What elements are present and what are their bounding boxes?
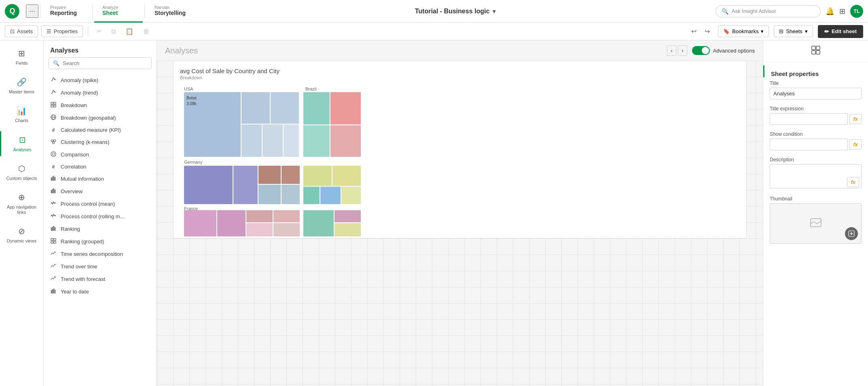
trend-forecast-icon [50, 276, 57, 283]
cut-button[interactable]: ✂ [93, 26, 105, 37]
more-menu-button[interactable]: ··· [26, 4, 38, 18]
sidebar-item-master-items[interactable]: 🔗 Master items [0, 73, 43, 99]
sidebar-item-fields[interactable]: ⊞ Fields [0, 44, 43, 70]
nav-analyze-main: Sheet [102, 10, 135, 16]
paste-button[interactable]: 📋 [122, 26, 137, 37]
top-right-area: 🔍 Ask Insight Advisor 🔔 ⊞ TL [716, 5, 863, 18]
analysis-item-trend-forecast[interactable]: Trend with forecast [44, 273, 157, 285]
analysis-item-comparison[interactable]: Comparison [44, 148, 157, 161]
thumbnail-upload-button[interactable] [845, 227, 858, 240]
qlik-logo: Q [5, 4, 19, 19]
nav-prepare[interactable]: Prepare Reporting [42, 0, 91, 23]
svg-rect-14 [53, 176, 54, 181]
properties-label: Properties [54, 28, 78, 34]
analysis-item-time-series[interactable]: Time series decomposition [44, 248, 157, 260]
app-title-chevron-icon[interactable]: ▾ [493, 8, 495, 15]
master-items-icon: 🔗 [17, 77, 27, 87]
nav-prepare-main: Reporting [50, 10, 83, 16]
analysis-item-ranking[interactable]: Ranking [44, 223, 157, 235]
analysis-item-breakdown-geo[interactable]: Breakdown (geospatial) [44, 112, 157, 124]
assets-icon: ⊡ [10, 28, 15, 34]
svg-rect-2 [51, 105, 53, 107]
toggle-switch[interactable] [692, 46, 710, 55]
analysis-label-time-series: Time series decomposition [61, 251, 123, 257]
sidebar-item-custom-objects[interactable]: ⬡ Custom objects [0, 160, 43, 185]
thumbnail-area[interactable] [770, 203, 862, 244]
analysis-item-proc-rolling[interactable]: Process control (rolling m... [44, 210, 157, 223]
sidebar-item-dynamic-views[interactable]: ⊘ Dynamic views [0, 222, 43, 248]
insight-advisor-search[interactable]: 🔍 Ask Insight Advisor [716, 5, 821, 17]
nav-narrate-main: Storytelling [155, 10, 187, 16]
analysis-item-overview[interactable]: Overview [44, 185, 157, 198]
analysis-item-anomaly-spike[interactable]: Anomaly (spike) [44, 74, 157, 86]
sheet-nav-arrows: ‹ › [667, 45, 687, 56]
svg-rect-24 [53, 226, 54, 231]
brazil-label: Brazil [305, 86, 317, 91]
show-condition-input[interactable] [770, 139, 848, 150]
analysis-item-calc-measure[interactable]: # Calculated measure (KPI) [44, 124, 157, 136]
sheet-nav-next-button[interactable]: › [678, 45, 687, 56]
title-expression-input[interactable] [770, 113, 848, 125]
germany-block-1 [184, 166, 233, 204]
svg-rect-38 [812, 51, 815, 54]
assets-button[interactable]: ⊡ Assets [5, 25, 38, 37]
analysis-item-correlation[interactable]: # Correlation [44, 161, 157, 173]
right-panel-top [763, 40, 868, 62]
description-fx-button[interactable]: fx [847, 177, 859, 187]
edit-sheet-button[interactable]: ✏ Edit sheet [818, 25, 863, 38]
sheet-nav-prev-button[interactable]: ‹ [667, 45, 676, 56]
analysis-label-ranking: Ranking [61, 226, 80, 232]
analysis-label-clustering: Clustering (k-means) [61, 139, 110, 145]
germany-brazil-2-5 [341, 187, 361, 204]
toolbar-right: ↩ ↪ 🔖 Bookmarks ▾ ⊟ Sheets ▾ ✏ Edit shee… [688, 25, 863, 38]
analysis-item-trend-time[interactable]: Trend over time [44, 260, 157, 273]
sheets-button[interactable]: ⊟ Sheets ▾ [774, 25, 813, 37]
analyses-search-bar[interactable]: 🔍 [49, 57, 152, 69]
copy-button[interactable]: ⧉ [108, 26, 119, 37]
analysis-label-calc-measure: Calculated measure (KPI) [61, 127, 121, 133]
sidebar-item-app-nav[interactable]: ⊕ App navigation links [0, 188, 43, 219]
analysis-item-clustering[interactable]: Clustering (k-means) [44, 136, 157, 148]
sidebar-item-charts[interactable]: 📊 Charts [0, 102, 43, 127]
redo-button[interactable]: ↪ [701, 26, 713, 37]
germany-label: Germany [184, 160, 203, 165]
undo-button[interactable]: ↩ [688, 26, 700, 37]
show-condition-label: Show condition [770, 131, 862, 137]
delete-button[interactable]: 🗑 [140, 26, 153, 37]
nav-analyze[interactable]: Analyze Sheet [94, 0, 143, 23]
analysis-item-year-to-date[interactable]: Year to date [44, 285, 157, 298]
clustering-icon [50, 139, 57, 146]
svg-rect-28 [51, 241, 53, 243]
user-avatar[interactable]: TL [850, 5, 863, 18]
bookmarks-chevron-icon: ▾ [761, 28, 764, 34]
title-input[interactable] [770, 88, 862, 99]
show-condition-fx-button[interactable]: fx [849, 139, 862, 150]
analysis-item-anomaly-trend[interactable]: Anomaly (trend) [44, 86, 157, 99]
title-label: Title [770, 80, 862, 86]
qlik-logo-icon[interactable]: Q [5, 4, 19, 19]
svg-rect-1 [54, 102, 56, 104]
app-title-area: Tutorial - Business logic ▾ [195, 8, 716, 15]
properties-button[interactable]: ☰ Properties [41, 25, 83, 37]
sidebar-item-label-dynamic-views: Dynamic views [7, 238, 36, 244]
analysis-item-mutual-info[interactable]: Mutual information [44, 173, 157, 185]
sidebar-item-analyses[interactable]: ⊡ Analyses [0, 131, 43, 156]
analyses-search-input[interactable] [63, 60, 147, 66]
nav-narrate[interactable]: Narrate Storytelling [146, 0, 195, 23]
analysis-item-proc-mean[interactable]: Process control (mean) [44, 198, 157, 210]
analysis-label-overview: Overview [61, 188, 83, 194]
svg-point-9 [53, 142, 55, 144]
analysis-label-breakdown-geo: Breakdown (geospatial) [61, 115, 116, 121]
edit-sheet-label: Edit sheet [832, 28, 857, 34]
analysis-item-breakdown[interactable]: Breakdown [44, 99, 157, 112]
sheet-canvas[interactable]: avg Cost of Sale by Country and City Bre… [157, 61, 763, 386]
notifications-icon[interactable]: 🔔 [826, 7, 834, 16]
title-expression-fx-button[interactable]: fx [849, 114, 862, 124]
bookmarks-button[interactable]: 🔖 Bookmarks ▾ [718, 25, 769, 37]
app-grid-icon[interactable]: ⊞ [839, 7, 845, 16]
analysis-item-ranking-grouped[interactable]: Ranking (grouped) [44, 235, 157, 248]
sidebar-item-label-app-nav: App navigation links [3, 205, 40, 215]
analysis-label-correlation: Correlation [61, 164, 87, 170]
svg-rect-17 [52, 189, 53, 193]
advanced-options-toggle[interactable]: Advanced options [692, 46, 755, 55]
